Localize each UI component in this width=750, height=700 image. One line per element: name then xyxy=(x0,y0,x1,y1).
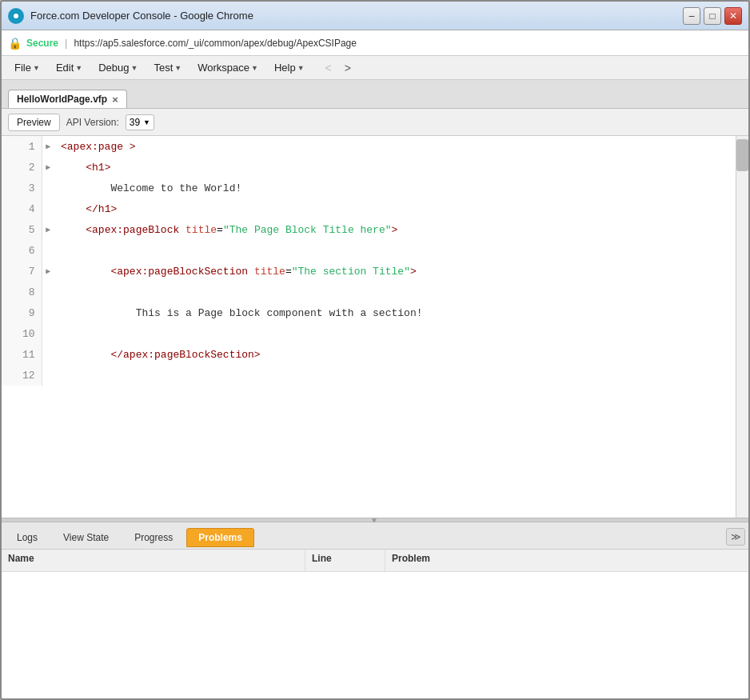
code-line: 5 ▶ <apex:pageBlock title="The Page Bloc… xyxy=(2,219,736,240)
debug-arrow-icon: ▼ xyxy=(131,64,138,72)
code-content: <apex:pageBlockSection title="The sectio… xyxy=(54,261,736,282)
app-logo xyxy=(8,8,24,24)
code-line: 3 Welcome to the World! xyxy=(2,178,736,198)
fold-icon[interactable] xyxy=(42,302,54,323)
fold-icon[interactable] xyxy=(42,323,54,344)
code-line: 2 ▶ <h1> xyxy=(2,157,736,178)
tab-bar: HelloWorldPage.vfp × xyxy=(2,80,748,109)
tab-helloworld[interactable]: HelloWorldPage.vfp × xyxy=(8,90,127,108)
menu-help[interactable]: Help ▼ xyxy=(268,60,311,75)
url-display[interactable]: https://ap5.salesforce.com/_ui/common/ap… xyxy=(74,38,357,49)
api-version-label: API Version: xyxy=(66,117,119,128)
code-line: 4 </h1> xyxy=(2,198,736,219)
code-line: 11 </apex:pageBlockSection> xyxy=(2,344,736,365)
test-arrow-icon: ▼ xyxy=(174,64,182,72)
separator: | xyxy=(65,37,67,49)
code-content xyxy=(54,323,736,344)
fold-icon[interactable]: ▶ xyxy=(42,136,54,157)
menu-edit[interactable]: Edit ▼ xyxy=(50,60,89,75)
line-number: 5 xyxy=(2,219,42,240)
fold-icon[interactable] xyxy=(42,365,54,386)
line-number: 2 xyxy=(2,157,42,178)
column-line: Line xyxy=(305,550,385,571)
code-content: <apex:pageBlock title="The Page Block Ti… xyxy=(54,219,736,240)
code-line: 12 xyxy=(2,365,736,386)
code-content: <apex:page > xyxy=(54,136,736,157)
line-number: 12 xyxy=(2,365,42,386)
preview-button[interactable]: Preview xyxy=(8,114,60,131)
fold-icon[interactable]: ▶ xyxy=(42,219,54,240)
fold-icon[interactable]: ▶ xyxy=(42,261,54,282)
maximize-button[interactable]: □ xyxy=(704,7,721,25)
api-version-value: 39 xyxy=(130,117,140,128)
menu-debug[interactable]: Debug ▼ xyxy=(92,60,144,75)
menu-test[interactable]: Test ▼ xyxy=(147,60,188,75)
line-number: 11 xyxy=(2,344,42,365)
line-number: 3 xyxy=(2,178,42,198)
fold-icon[interactable] xyxy=(42,282,54,302)
fold-icon[interactable] xyxy=(42,198,54,219)
panel-tab-progress[interactable]: Progress xyxy=(122,528,185,547)
panel-tab-problems[interactable]: Problems xyxy=(186,528,254,547)
close-button[interactable]: ✕ xyxy=(724,7,742,25)
fold-icon[interactable] xyxy=(42,178,54,198)
editor-scrollbar[interactable] xyxy=(736,136,748,518)
line-number: 8 xyxy=(2,282,42,302)
window-title: Force.com Developer Console - Google Chr… xyxy=(30,10,253,22)
problems-header: Name Line Problem xyxy=(2,550,748,572)
line-number: 10 xyxy=(2,323,42,344)
panel-tab-bar: LogsView StateProgressProblems ≫ xyxy=(2,522,748,550)
code-table: 1 ▶ <apex:page > 2 ▶ <h1> 3 Welcome to t… xyxy=(2,136,736,386)
fold-icon[interactable] xyxy=(42,240,54,261)
code-line: 6 xyxy=(2,240,736,261)
toolbar: Preview API Version: 39 ▼ xyxy=(2,109,748,136)
code-content: This is a Page block component with a se… xyxy=(54,302,736,323)
main-window: Force.com Developer Console - Google Chr… xyxy=(0,0,750,700)
fold-icon[interactable]: ▶ xyxy=(42,157,54,178)
code-content: </h1> xyxy=(54,198,736,219)
fold-icon[interactable] xyxy=(42,344,54,365)
help-arrow-icon: ▼ xyxy=(297,64,305,72)
column-name: Name xyxy=(2,550,305,571)
title-bar: Force.com Developer Console - Google Chr… xyxy=(2,2,748,30)
code-content xyxy=(54,365,736,386)
minimize-button[interactable]: – xyxy=(683,7,700,25)
code-content xyxy=(54,240,736,261)
problems-body xyxy=(2,572,748,698)
tab-label: HelloWorldPage.vfp xyxy=(17,94,107,105)
edit-arrow-icon: ▼ xyxy=(75,64,82,72)
window-controls: – □ ✕ xyxy=(683,7,742,25)
column-problem: Problem xyxy=(385,550,748,571)
svg-point-2 xyxy=(14,14,18,18)
code-line: 1 ▶ <apex:page > xyxy=(2,136,736,157)
nav-forward-button[interactable]: > xyxy=(340,60,356,76)
lock-icon: 🔒 xyxy=(8,37,22,50)
api-version-select[interactable]: 39 ▼ xyxy=(126,114,154,130)
panel-collapse-button[interactable]: ≫ xyxy=(726,528,745,546)
address-bar: 🔒 Secure | https://ap5.salesforce.com/_u… xyxy=(2,30,748,56)
code-content: Welcome to the World! xyxy=(54,178,736,198)
secure-label: Secure xyxy=(26,38,58,49)
file-arrow-icon: ▼ xyxy=(33,64,40,72)
line-number: 4 xyxy=(2,198,42,219)
code-line: 8 xyxy=(2,282,736,302)
nav-back-button[interactable]: < xyxy=(321,60,337,76)
panel-tab-view-state[interactable]: View State xyxy=(51,528,121,547)
menu-file[interactable]: File ▼ xyxy=(8,60,46,75)
api-version-dropdown-icon: ▼ xyxy=(143,118,150,126)
line-number: 7 xyxy=(2,261,42,282)
line-number: 6 xyxy=(2,240,42,261)
code-line: 9 This is a Page block component with a … xyxy=(2,302,736,323)
panel-tab-logs[interactable]: Logs xyxy=(5,528,50,547)
workspace-arrow-icon: ▼ xyxy=(251,64,258,72)
line-number: 1 xyxy=(2,136,42,157)
tab-close-icon[interactable]: × xyxy=(112,94,118,105)
code-line: 10 xyxy=(2,323,736,344)
editor-content[interactable]: 1 ▶ <apex:page > 2 ▶ <h1> 3 Welcome to t… xyxy=(2,136,736,518)
code-line: 7 ▶ <apex:pageBlockSection title="The se… xyxy=(2,261,736,282)
line-number: 9 xyxy=(2,302,42,323)
code-content xyxy=(54,282,736,302)
menu-workspace[interactable]: Workspace ▼ xyxy=(191,60,265,75)
bottom-panel: LogsView StateProgressProblems ≫ Name Li… xyxy=(2,522,748,698)
scrollbar-thumb[interactable] xyxy=(736,139,748,171)
